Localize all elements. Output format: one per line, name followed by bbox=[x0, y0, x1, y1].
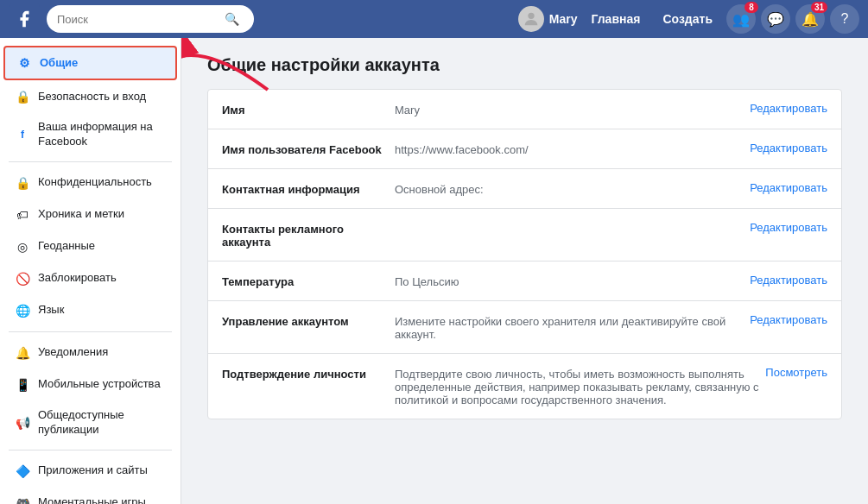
sidebar-item-general[interactable]: ⚙ Общие bbox=[3, 46, 177, 80]
sidebar-item-mobile[interactable]: 📱 Мобильные устройства bbox=[3, 369, 177, 400]
sidebar-divider-3 bbox=[9, 450, 172, 450]
edit-ad-contacts-button[interactable]: Редактировать bbox=[750, 221, 827, 234]
page-title: Общие настройки аккаунта bbox=[207, 55, 842, 75]
row-value-identity: Подтвердите свою личность, чтобы иметь в… bbox=[395, 366, 765, 406]
edit-username-button[interactable]: Редактировать bbox=[750, 142, 827, 154]
row-value-name: Mary bbox=[395, 102, 750, 117]
sidebar-label: Общие bbox=[40, 56, 78, 71]
search-icon: 🔍 bbox=[225, 12, 239, 26]
sidebar-item-privacy[interactable]: 🔒 Конфиденциальность bbox=[3, 167, 177, 198]
sidebar-label: Моментальные игры bbox=[38, 495, 146, 504]
language-icon: 🌐 bbox=[14, 302, 31, 319]
row-value-temperature: По Цельсию bbox=[395, 274, 750, 288]
games-icon: 🎮 bbox=[14, 495, 31, 504]
sidebar-item-facebook-info[interactable]: f Ваша информация на Facebook bbox=[3, 113, 177, 156]
top-navigation: 🔍 Mary Главная Создать 👥 8 💬 🔔 31 ? bbox=[0, 0, 868, 38]
sidebar-divider-2 bbox=[9, 331, 172, 332]
public-icon: 📢 bbox=[14, 414, 31, 432]
row-value-username: https://www.facebook.com/ bbox=[395, 142, 750, 156]
row-label-identity: Подтверждение личности bbox=[222, 366, 395, 381]
sidebar-item-timeline[interactable]: 🏷 Хроника и метки bbox=[3, 199, 177, 230]
notifications-icon: 🔔 bbox=[14, 344, 31, 362]
settings-card: Имя Mary Редактировать Имя пользователя … bbox=[207, 89, 842, 419]
edit-name-button[interactable]: Редактировать bbox=[750, 102, 827, 115]
apps-icon: 🔷 bbox=[14, 463, 31, 480]
sidebar: ⚙ Общие 🔒 Безопасность и вход f Ваша инф… bbox=[0, 38, 181, 504]
sidebar-label: Геоданные bbox=[38, 239, 95, 254]
settings-row-ad-contacts: Контакты рекламного аккаунта Редактирова… bbox=[208, 209, 841, 261]
sidebar-label: Приложения и сайты bbox=[38, 463, 148, 478]
block-icon: 🚫 bbox=[14, 270, 31, 287]
settings-row-contact: Контактная информация Основной адрес: Ре… bbox=[208, 169, 841, 209]
view-identity-button[interactable]: Посмотреть bbox=[765, 366, 827, 379]
row-label-temperature: Температура bbox=[222, 274, 395, 288]
location-icon: ◎ bbox=[14, 238, 31, 255]
settings-row-username: Имя пользователя Facebook https://www.fa… bbox=[208, 129, 841, 169]
search-bar[interactable]: 🔍 bbox=[47, 5, 254, 33]
avatar bbox=[518, 6, 544, 32]
row-value-contact: Основной адрес: bbox=[395, 181, 750, 196]
sidebar-divider-1 bbox=[9, 161, 172, 162]
help-button[interactable]: ? bbox=[830, 4, 859, 34]
sidebar-item-instant-games[interactable]: 🎮 Моментальные игры bbox=[3, 488, 177, 504]
sidebar-label: Хроника и метки bbox=[38, 207, 124, 222]
mobile-icon: 📱 bbox=[14, 376, 31, 394]
security-icon: 🔒 bbox=[14, 88, 31, 105]
sidebar-label: Ваша информация на Facebook bbox=[38, 120, 167, 149]
sidebar-item-location[interactable]: ◎ Геоданные bbox=[3, 231, 177, 262]
row-label-contact: Контактная информация bbox=[222, 181, 395, 196]
friends-button[interactable]: 👥 8 bbox=[726, 4, 756, 34]
topnav-right: Mary Главная Создать 👥 8 💬 🔔 31 ? bbox=[518, 4, 859, 34]
notifications-button[interactable]: 🔔 31 bbox=[795, 4, 825, 34]
create-link[interactable]: Создать bbox=[654, 7, 721, 31]
facebook-logo bbox=[9, 3, 40, 35]
sidebar-item-block[interactable]: 🚫 Заблокировать bbox=[3, 263, 177, 294]
sidebar-label: Заблокировать bbox=[38, 271, 117, 286]
messenger-icon: 💬 bbox=[767, 11, 784, 28]
row-label-name: Имя bbox=[222, 102, 395, 117]
svg-point-0 bbox=[528, 13, 534, 19]
main-content: Общие настройки аккаунта Имя Mary Редакт… bbox=[181, 38, 868, 504]
messenger-button[interactable]: 💬 bbox=[761, 4, 790, 34]
friends-badge: 8 bbox=[744, 2, 758, 13]
search-input[interactable] bbox=[57, 13, 221, 26]
notifications-badge: 31 bbox=[811, 2, 827, 13]
bell-icon: 🔔 bbox=[801, 11, 819, 28]
sidebar-item-language[interactable]: 🌐 Язык bbox=[3, 295, 177, 326]
help-icon: ? bbox=[841, 11, 849, 27]
row-value-account-management: Измените настройки своего хранителя или … bbox=[395, 313, 750, 341]
privacy-icon: 🔒 bbox=[14, 174, 31, 192]
sidebar-item-security[interactable]: 🔒 Безопасность и вход bbox=[3, 81, 177, 112]
friends-icon: 👥 bbox=[732, 11, 750, 28]
home-link[interactable]: Главная bbox=[582, 7, 649, 31]
row-label-username: Имя пользователя Facebook bbox=[222, 142, 395, 156]
settings-row-identity: Подтверждение личности Подтвердите свою … bbox=[208, 354, 841, 419]
sidebar-item-notifications[interactable]: 🔔 Уведомления bbox=[3, 337, 177, 369]
facebook-info-icon: f bbox=[14, 126, 31, 143]
edit-account-management-button[interactable]: Редактировать bbox=[750, 313, 827, 326]
sidebar-label: Уведомления bbox=[38, 345, 108, 360]
nav-username: Mary bbox=[549, 12, 578, 26]
sidebar-label: Общедоступные публикации bbox=[38, 408, 167, 438]
edit-temperature-button[interactable]: Редактировать bbox=[750, 274, 827, 287]
main-layout: ⚙ Общие 🔒 Безопасность и вход f Ваша инф… bbox=[0, 38, 868, 504]
row-value-ad-contacts bbox=[395, 221, 750, 223]
settings-row-temperature: Температура По Цельсию Редактировать bbox=[208, 261, 841, 301]
general-icon: ⚙ bbox=[16, 54, 33, 72]
row-label-account-management: Управление аккаунтом bbox=[222, 313, 395, 328]
sidebar-label: Безопасность и вход bbox=[38, 90, 146, 104]
sidebar-label: Мобильные устройства bbox=[38, 377, 161, 392]
timeline-icon: 🏷 bbox=[14, 206, 31, 224]
sidebar-item-apps[interactable]: 🔷 Приложения и сайты bbox=[3, 456, 177, 487]
sidebar-label: Конфиденциальность bbox=[38, 175, 152, 190]
row-label-ad-contacts: Контакты рекламного аккаунта bbox=[222, 221, 395, 249]
settings-row-account-management: Управление аккаунтом Измените настройки … bbox=[208, 301, 841, 354]
edit-contact-button[interactable]: Редактировать bbox=[750, 181, 827, 194]
user-menu[interactable]: Mary bbox=[518, 6, 578, 32]
settings-row-name: Имя Mary Редактировать bbox=[208, 90, 841, 129]
sidebar-item-public[interactable]: 📢 Общедоступные публикации bbox=[3, 401, 177, 444]
sidebar-label: Язык bbox=[38, 303, 64, 318]
